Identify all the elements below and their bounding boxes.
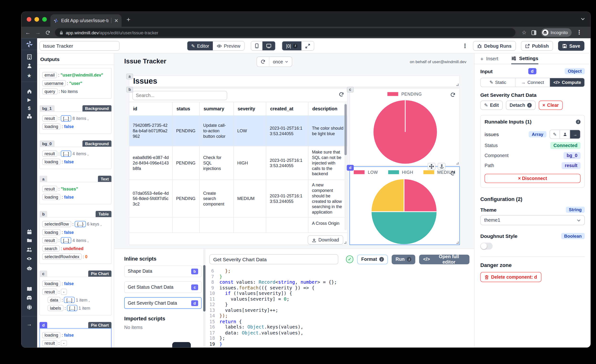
code-editor[interactable]: 6 };7}8const values: Record<string, numb… bbox=[209, 268, 469, 347]
side-panel-icon[interactable] bbox=[531, 30, 536, 35]
output-component-tag[interactable]: b bbox=[40, 211, 47, 217]
output-key[interactable]: loading bbox=[42, 281, 60, 287]
incognito-badge[interactable]: Incognito bbox=[541, 28, 572, 37]
publish-button[interactable]: Publish bbox=[521, 41, 553, 51]
user-source-button[interactable] bbox=[560, 130, 570, 139]
compute-mode-button[interactable]: </>Compute bbox=[550, 78, 584, 87]
browser-menu-icon[interactable]: ⋮ bbox=[576, 29, 582, 36]
component-tag-c[interactable]: c bbox=[347, 87, 354, 92]
script-name-input[interactable] bbox=[209, 254, 338, 264]
hide-panels-button[interactable]: |0|i bbox=[282, 41, 302, 50]
format-button[interactable]: Formati bbox=[357, 254, 388, 264]
resize-handle[interactable] bbox=[456, 162, 459, 164]
run-button[interactable]: Runi bbox=[392, 254, 416, 264]
sidebar-item-discord-icon[interactable] bbox=[21, 296, 37, 300]
path-badge[interactable]: result bbox=[562, 162, 581, 169]
table-column-header[interactable]: created_at bbox=[266, 102, 308, 116]
sidebar-collapse-arrow-icon[interactable]: → bbox=[21, 321, 37, 327]
expand-array-pill[interactable]: [...] bbox=[64, 297, 74, 303]
output-key[interactable]: labels bbox=[48, 305, 63, 311]
panel-handle[interactable] bbox=[172, 342, 191, 348]
clear-button[interactable]: ×Clear bbox=[538, 101, 563, 110]
close-window-button[interactable] bbox=[27, 17, 31, 22]
anchor-component-button[interactable] bbox=[438, 163, 445, 170]
sidebar-item-workspace[interactable] bbox=[21, 54, 37, 59]
new-tab-button[interactable]: + bbox=[127, 16, 130, 23]
output-key[interactable]: selectedRowIndex bbox=[42, 253, 82, 260]
output-key[interactable]: loading bbox=[42, 124, 60, 130]
output-key[interactable]: loading bbox=[42, 332, 60, 338]
legend-item[interactable]: LOW bbox=[354, 170, 378, 174]
output-key[interactable]: result bbox=[42, 186, 57, 192]
table-column-header[interactable]: summary bbox=[200, 102, 234, 116]
theme-select[interactable]: theme1 bbox=[480, 215, 585, 225]
debug-runs-button[interactable]: Debug Runs bbox=[473, 41, 516, 51]
output-key[interactable]: result bbox=[42, 115, 57, 122]
table-column-header[interactable]: description bbox=[308, 102, 347, 116]
output-key[interactable]: loading bbox=[42, 229, 60, 235]
editor-mode-button[interactable]: ✎Editor bbox=[187, 41, 213, 50]
component-tag-b[interactable]: b bbox=[126, 87, 133, 92]
expand-object-pill[interactable]: {...} bbox=[74, 221, 86, 227]
tab-close-icon[interactable]: ✕ bbox=[114, 18, 119, 23]
output-key[interactable]: result bbox=[42, 237, 57, 243]
move-component-button[interactable] bbox=[428, 163, 435, 170]
connect-mode-button[interactable]: →Connect bbox=[515, 78, 550, 87]
legend-item[interactable]: PENDING bbox=[387, 92, 422, 96]
table-row[interactable]: 07da0553-4e6e-4d56-8ded-5fd0f7d5c3c2PEND… bbox=[129, 180, 347, 217]
desktop-view-button[interactable] bbox=[262, 41, 275, 50]
sidebar-item-github-icon[interactable] bbox=[21, 305, 37, 310]
resize-handle[interactable] bbox=[344, 241, 346, 244]
output-component-tag[interactable]: a bbox=[40, 176, 47, 182]
expand-array-pill[interactable]: [...] bbox=[61, 151, 71, 157]
browser-tab[interactable]: Edit App u/user/issue-tracker ✕ bbox=[50, 14, 122, 27]
pie-chart-component-c[interactable]: PENDING bbox=[350, 88, 460, 166]
bookmark-star-icon[interactable]: ☆ bbox=[522, 29, 526, 36]
sidebar-item-resources-cubes-icon[interactable] bbox=[21, 113, 37, 119]
output-key[interactable]: loading bbox=[42, 194, 60, 200]
output-component-tag[interactable]: d bbox=[40, 322, 47, 328]
static-mode-button[interactable]: ✎Static bbox=[481, 78, 515, 87]
maximize-window-button[interactable] bbox=[42, 17, 47, 22]
output-key[interactable]: result bbox=[42, 289, 57, 295]
schedule-dropdown[interactable]: once bbox=[269, 57, 292, 67]
inline-script-item[interactable]: Get Severity Chart Datad bbox=[124, 297, 202, 309]
window-controls[interactable] bbox=[27, 17, 47, 22]
inline-script-item[interactable]: Shape Datab bbox=[124, 266, 202, 277]
table-component[interactable]: idstatussummaryseveritycreated_atdescrip… bbox=[129, 88, 348, 245]
resize-handle[interactable] bbox=[456, 241, 459, 244]
table-row[interactable]: 794208f5-2735-428a-b4af-b071ff0a2962PEND… bbox=[129, 116, 347, 146]
sidebar-item-folders-icon[interactable] bbox=[21, 238, 37, 242]
table-column-header[interactable]: id bbox=[129, 102, 173, 116]
tabs-chevron-icon[interactable] bbox=[581, 17, 585, 21]
expand-pill[interactable]: - bbox=[61, 289, 67, 295]
output-key[interactable]: query bbox=[42, 88, 58, 94]
expand-array-pill[interactable]: [...] bbox=[61, 115, 71, 122]
forward-icon[interactable]: → bbox=[35, 29, 41, 36]
save-button[interactable]: Save bbox=[558, 41, 584, 51]
table-scrollbar[interactable] bbox=[344, 103, 347, 230]
tab-settings[interactable]: Settings bbox=[511, 53, 538, 64]
component-tag-a[interactable]: a bbox=[126, 74, 133, 79]
app-name-input[interactable] bbox=[40, 41, 120, 51]
table-row[interactable]: A Cross Origin bbox=[129, 217, 347, 233]
sidebar-item-variables-dollar-icon[interactable]: $ bbox=[21, 105, 37, 111]
output-key[interactable]: email bbox=[42, 72, 57, 78]
fullscreen-button[interactable] bbox=[302, 41, 314, 50]
windmill-logo[interactable] bbox=[21, 40, 37, 48]
reload-icon[interactable] bbox=[45, 30, 50, 35]
sidebar-item-favorites-star-icon[interactable]: ★ bbox=[21, 73, 37, 79]
preview-mode-button[interactable]: Preview bbox=[213, 41, 244, 50]
output-component-tag[interactable]: c bbox=[40, 271, 47, 277]
back-icon[interactable]: ← bbox=[25, 29, 31, 36]
table-column-header[interactable]: severity bbox=[234, 102, 266, 116]
text-component-issues[interactable]: Issues bbox=[129, 75, 460, 87]
pie-chart-component-d[interactable]: LOWHIGHMEDIUM bbox=[350, 166, 460, 245]
expand-pill[interactable]: - bbox=[61, 340, 67, 346]
table-column-header[interactable]: status bbox=[173, 102, 200, 116]
output-key[interactable]: result bbox=[42, 151, 57, 157]
output-key[interactable]: username bbox=[42, 80, 66, 86]
component-tag-d[interactable]: d bbox=[347, 165, 354, 171]
legend-item[interactable]: HIGH bbox=[388, 170, 413, 174]
sidebar-item-audit-eye-icon[interactable] bbox=[21, 256, 37, 261]
